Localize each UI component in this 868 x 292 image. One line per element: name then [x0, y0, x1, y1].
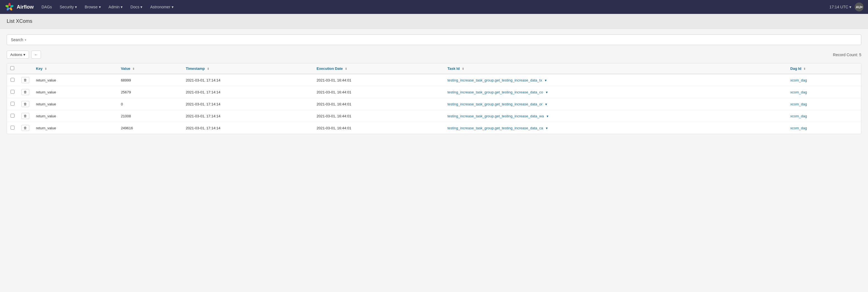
filter-icon: ▼: [546, 115, 549, 118]
nav-avatar[interactable]: AU ▾: [855, 2, 864, 11]
col-header-actions: [18, 63, 33, 74]
delete-button[interactable]: 🗑: [22, 77, 29, 83]
xcoms-table: Key ⇕ Value ⇕ Timestamp ⇕ Execution Date…: [7, 63, 861, 134]
sort-timestamp-icon: ⇕: [207, 67, 209, 70]
col-header-execution-date[interactable]: Execution Date ⇕: [313, 63, 444, 74]
col-header-value[interactable]: Value ⇕: [118, 63, 182, 74]
actions-button[interactable]: Actions ▾: [7, 50, 29, 59]
row-timestamp: 2021-03-01, 17:14:14: [182, 98, 313, 110]
row-checkbox[interactable]: [10, 78, 14, 82]
search-label: Search: [11, 38, 23, 42]
nav-astronomer[interactable]: Astronomer ▾: [147, 2, 177, 11]
table-row: 🗑 return_value 0 2021-03-01, 17:14:14 20…: [7, 98, 861, 110]
row-dag-id[interactable]: xcom_dag: [787, 98, 861, 110]
filter-icon: ▼: [545, 90, 548, 94]
row-timestamp: 2021-03-01, 17:14:14: [182, 110, 313, 122]
content-area: Search ▾ Actions ▾ ← Record Count: 5: [0, 29, 868, 140]
row-checkbox-cell: [7, 86, 18, 98]
table-row: 🗑 return_value 21008 2021-03-01, 17:14:1…: [7, 110, 861, 122]
row-checkbox[interactable]: [10, 102, 14, 106]
page-title: List XComs: [7, 19, 861, 24]
row-checkbox[interactable]: [10, 90, 14, 94]
search-bar[interactable]: Search ▾: [7, 35, 861, 45]
select-all-checkbox[interactable]: [10, 66, 14, 70]
row-delete-cell: 🗑: [18, 74, 33, 86]
row-value: 249616: [118, 122, 182, 134]
navbar: Airflow DAGs Security ▾ Browse ▾ Admin ▾…: [0, 0, 868, 14]
nav-admin[interactable]: Admin ▾: [105, 2, 126, 11]
row-dag-id[interactable]: xcom_dag: [787, 122, 861, 134]
row-checkbox[interactable]: [10, 126, 14, 130]
row-value: 0: [118, 98, 182, 110]
row-task-id[interactable]: testing_increase_task_group.get_testing_…: [444, 98, 787, 110]
row-delete-cell: 🗑: [18, 110, 33, 122]
search-chevron-icon: ▾: [25, 38, 26, 41]
row-task-id[interactable]: testing_increase_task_group.get_testing_…: [444, 86, 787, 98]
sort-task-id-icon: ⇕: [462, 67, 464, 70]
sort-execution-date-icon: ⇕: [345, 67, 347, 70]
chevron-down-icon: ▾: [99, 5, 101, 9]
row-dag-id[interactable]: xcom_dag: [787, 110, 861, 122]
chevron-down-icon: ▾: [849, 5, 851, 9]
sort-key-icon: ⇕: [44, 67, 47, 70]
col-header-task-id[interactable]: Task Id ⇕: [444, 63, 787, 74]
nav-time[interactable]: 17:14 UTC ▾: [829, 5, 851, 9]
row-execution-date: 2021-03-01, 16:44:01: [313, 86, 444, 98]
nav-browse[interactable]: Browse ▾: [81, 2, 104, 11]
row-delete-cell: 🗑: [18, 122, 33, 134]
xcoms-table-element: Key ⇕ Value ⇕ Timestamp ⇕ Execution Date…: [7, 63, 861, 134]
row-delete-cell: 🗑: [18, 98, 33, 110]
row-value: 68999: [118, 74, 182, 86]
row-value: 25679: [118, 86, 182, 98]
table-row: 🗑 return_value 68999 2021-03-01, 17:14:1…: [7, 74, 861, 86]
toolbar-left: Actions ▾ ←: [7, 50, 41, 59]
row-value: 21008: [118, 110, 182, 122]
row-checkbox-cell: [7, 74, 18, 86]
row-key: return_value: [33, 122, 118, 134]
row-timestamp: 2021-03-01, 17:14:14: [182, 86, 313, 98]
row-execution-date: 2021-03-01, 16:44:01: [313, 110, 444, 122]
row-task-id[interactable]: testing_increase_task_group.get_testing_…: [444, 74, 787, 86]
airflow-logo-icon: [4, 2, 14, 12]
row-execution-date: 2021-03-01, 16:44:01: [313, 122, 444, 134]
record-count: Record Count: 5: [833, 52, 861, 57]
page-header: List XComs: [0, 14, 868, 29]
toolbar: Actions ▾ ← Record Count: 5: [7, 50, 861, 59]
delete-button[interactable]: 🗑: [22, 113, 29, 119]
delete-button[interactable]: 🗑: [22, 89, 29, 95]
delete-button[interactable]: 🗑: [22, 125, 29, 131]
row-delete-cell: 🗑: [18, 86, 33, 98]
row-timestamp: 2021-03-01, 17:14:14: [182, 122, 313, 134]
back-button[interactable]: ←: [31, 50, 41, 59]
table-row: 🗑 return_value 249616 2021-03-01, 17:14:…: [7, 122, 861, 134]
chevron-down-icon: ▾: [172, 5, 174, 9]
row-checkbox[interactable]: [10, 114, 14, 118]
table-row: 🗑 return_value 25679 2021-03-01, 17:14:1…: [7, 86, 861, 98]
delete-button[interactable]: 🗑: [22, 101, 29, 107]
chevron-down-icon: ▾: [141, 5, 142, 9]
filter-icon: ▼: [545, 103, 548, 106]
filter-icon: ▼: [545, 126, 548, 130]
table-header: Key ⇕ Value ⇕ Timestamp ⇕ Execution Date…: [7, 63, 861, 74]
row-dag-id[interactable]: xcom_dag: [787, 74, 861, 86]
row-task-id[interactable]: testing_increase_task_group.get_testing_…: [444, 122, 787, 134]
row-dag-id[interactable]: xcom_dag: [787, 86, 861, 98]
nav-right: 17:14 UTC ▾ AU ▾: [829, 2, 864, 11]
col-header-key[interactable]: Key ⇕: [33, 63, 118, 74]
svg-point-6: [8, 6, 10, 8]
chevron-down-icon: ▾: [121, 5, 123, 9]
brand-logo[interactable]: Airflow: [4, 2, 34, 12]
row-key: return_value: [33, 74, 118, 86]
row-task-id[interactable]: testing_increase_task_group.get_testing_…: [444, 110, 787, 122]
row-key: return_value: [33, 98, 118, 110]
table-body: 🗑 return_value 68999 2021-03-01, 17:14:1…: [7, 74, 861, 134]
nav-dags[interactable]: DAGs: [38, 2, 55, 11]
brand-label: Airflow: [17, 4, 34, 10]
row-timestamp: 2021-03-01, 17:14:14: [182, 74, 313, 86]
row-checkbox-cell: [7, 98, 18, 110]
col-header-dag-id[interactable]: Dag Id ⇕: [787, 63, 861, 74]
nav-security[interactable]: Security ▾: [56, 2, 80, 11]
nav-docs[interactable]: Docs ▾: [127, 2, 146, 11]
col-header-timestamp[interactable]: Timestamp ⇕: [182, 63, 313, 74]
row-key: return_value: [33, 86, 118, 98]
